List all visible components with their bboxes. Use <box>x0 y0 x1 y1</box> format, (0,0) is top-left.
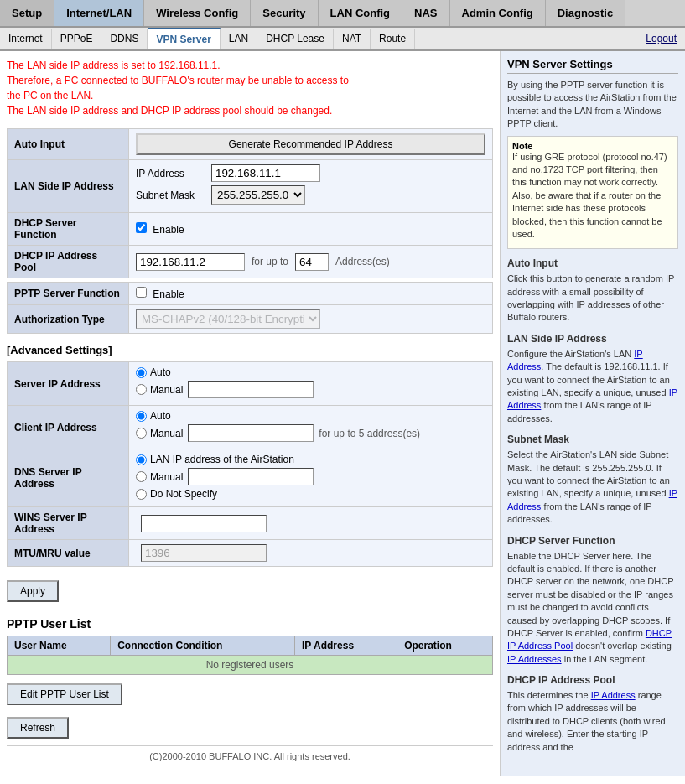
dhcp-server-label: DHCP Server Function <box>8 213 129 246</box>
nav-diagnostic[interactable]: Diagnostic <box>546 0 625 26</box>
dns-server-value: LAN IP address of the AirStation Manual … <box>129 449 493 507</box>
dhcp-enable-checkbox[interactable] <box>136 222 147 233</box>
dns-server-row: DNS Server IP Address LAN IP address of … <box>8 449 493 507</box>
wins-server-input[interactable] <box>141 515 267 532</box>
dhcp-pool-label: DHCP IP Address Pool <box>8 246 129 278</box>
col-username: User Name <box>8 636 111 656</box>
auto-input-label: Auto Input <box>8 129 129 160</box>
subnet-ip-link[interactable]: IP Address <box>507 488 677 511</box>
lan-ip-link2[interactable]: IP Address <box>507 387 677 410</box>
nav-nas[interactable]: NAS <box>402 0 449 26</box>
client-ip-value: Auto Manual for up to 5 address(es) <box>129 406 493 449</box>
refresh-button[interactable]: Refresh <box>7 717 69 739</box>
subnav-internet[interactable]: Internet <box>0 29 52 49</box>
client-ip-auto-label: Auto <box>150 410 171 422</box>
col-operation: Operation <box>397 636 493 656</box>
dhcp-enable-label: Enable <box>153 224 184 236</box>
dhcp-ip-link[interactable]: IP Addresses <box>507 654 562 664</box>
subnav-vpn-server[interactable]: VPN Server <box>148 28 220 49</box>
pptp-no-users-cell: No registered users <box>8 656 493 675</box>
dhcp-pool-row: DHCP IP Address Pool for up to Address(e… <box>8 246 493 278</box>
subnav-route[interactable]: Route <box>371 29 415 49</box>
pptp-server-value: Enable <box>129 283 493 305</box>
warning-line3: the PC on the LAN. <box>7 88 493 103</box>
client-ip-manual-radio[interactable] <box>136 428 147 439</box>
auth-type-row: Authorization Type MS-CHAPv2 (40/128-bit… <box>8 305 493 334</box>
logout-link[interactable]: Logout <box>637 29 685 49</box>
sub-navigation: Internet PPPoE DDNS VPN Server LAN DHCP … <box>0 28 685 51</box>
lan-ip-link[interactable]: IP Address <box>507 349 643 371</box>
pptp-server-label: PPTP Server Function <box>8 283 129 305</box>
right-section-1-text: Configure the AirStation's LAN IP Addres… <box>507 348 678 425</box>
client-ip-manual-label: Manual <box>150 428 183 439</box>
server-ip-value: Auto Manual <box>129 362 493 406</box>
server-ip-auto-radio[interactable] <box>136 367 147 378</box>
client-ip-forupto: for up to 5 address(es) <box>319 428 420 439</box>
pptp-enable-checkbox[interactable] <box>136 287 147 298</box>
dhcp-ip-range-link[interactable]: IP Address <box>591 690 636 700</box>
dns-lan-label: LAN IP address of the AirStation <box>150 454 294 465</box>
nav-admin-config[interactable]: Admin Config <box>450 0 546 26</box>
server-ip-manual-input[interactable] <box>188 381 314 398</box>
col-connection-condition: Connection Condition <box>111 636 295 656</box>
right-section-3-title: DHCP Server Function <box>507 535 678 547</box>
server-ip-row: Server IP Address Auto Manual <box>8 362 493 406</box>
server-ip-manual-radio[interactable] <box>136 384 147 395</box>
apply-button[interactable]: Apply <box>7 580 59 602</box>
dhcp-start-ip[interactable] <box>136 253 245 271</box>
advanced-settings-header: [Advanced Settings] <box>7 344 493 356</box>
lan-ip-row: LAN Side IP Address IP Address Subnet Ma… <box>8 160 493 213</box>
nav-wireless-config[interactable]: Wireless Config <box>144 0 251 26</box>
right-section-4-text: This determines the IP Address range fro… <box>507 689 678 754</box>
server-ip-manual-label: Manual <box>150 384 183 396</box>
subnav-dhcp-lease[interactable]: DHCP Lease <box>257 29 334 49</box>
ip-address-input[interactable] <box>211 164 320 182</box>
note-text: If using GRE protocol (protocol no.47) a… <box>512 151 673 241</box>
client-ip-manual-input[interactable] <box>188 424 314 442</box>
mtu-mru-label: MTU/MRU value <box>8 540 129 567</box>
auth-type-select[interactable]: MS-CHAPv2 (40/128-bit Encryption) MS-CHA… <box>136 309 320 329</box>
nav-lan-config[interactable]: LAN Config <box>319 0 402 26</box>
top-navigation: Setup Internet/LAN Wireless Config Secur… <box>0 0 685 28</box>
nav-setup[interactable]: Setup <box>0 0 54 26</box>
nav-internet-lan[interactable]: Internet/LAN <box>54 0 144 26</box>
dhcp-server-row: DHCP Server Function Enable <box>8 213 493 246</box>
subnav-pppoe[interactable]: PPPoE <box>52 29 102 49</box>
subnet-mask-label: Subnet Mask <box>136 190 211 201</box>
client-ip-row: Client IP Address Auto Manual for up to … <box>8 406 493 449</box>
dns-manual-radio[interactable] <box>136 471 147 482</box>
dhcp-suffix: Address(es) <box>335 256 390 267</box>
right-section-2-title: Subnet Mask <box>507 434 678 445</box>
right-section-0-text: Click this button to generate a random I… <box>507 273 678 325</box>
pptp-table-header-row: User Name Connection Condition IP Addres… <box>8 636 493 656</box>
dns-donotspecify-radio[interactable] <box>136 489 147 500</box>
main-form-table: Auto Input Generate Recommended IP Addre… <box>7 128 493 334</box>
dhcp-count[interactable] <box>295 253 329 271</box>
pptp-user-list-header: PPTP User List <box>7 617 493 631</box>
right-panel: VPN Server Settings By using the PPTP se… <box>501 51 685 776</box>
subnet-mask-select[interactable]: 255.255.255.0 255.255.0.0 255.0.0.0 <box>211 185 305 205</box>
dns-lan-radio[interactable] <box>136 454 147 465</box>
subnav-nat[interactable]: NAT <box>334 29 371 49</box>
dhcp-pool-value: for up to Address(es) <box>129 246 493 278</box>
warning-line1: The LAN side IP address is set to 192.16… <box>7 58 493 73</box>
client-ip-auto-radio[interactable] <box>136 411 147 422</box>
auth-type-value: MS-CHAPv2 (40/128-bit Encryption) MS-CHA… <box>129 305 493 334</box>
generate-ip-button[interactable]: Generate Recommended IP Address <box>136 133 485 155</box>
dns-manual-input[interactable] <box>188 468 314 485</box>
dhcp-pool-link[interactable]: DHCP IP Address Pool <box>507 628 672 651</box>
auto-input-row: Auto Input Generate Recommended IP Addre… <box>8 129 493 160</box>
main-container: The LAN side IP address is set to 192.16… <box>0 51 685 776</box>
subnav-ddns[interactable]: DDNS <box>101 29 148 49</box>
pptp-no-users-row: No registered users <box>8 656 493 675</box>
subnav-lan[interactable]: LAN <box>221 29 257 49</box>
left-panel: The LAN side IP address is set to 192.16… <box>0 51 501 776</box>
wins-server-value <box>129 507 493 540</box>
right-panel-intro: By using the PPTP server function it is … <box>507 79 678 131</box>
lan-ip-value: IP Address Subnet Mask 255.255.255.0 255… <box>129 160 493 213</box>
lan-ip-label: LAN Side IP Address <box>8 160 129 213</box>
edit-pptp-button[interactable]: Edit PPTP User List <box>7 683 122 705</box>
mtu-mru-input[interactable] <box>141 544 267 562</box>
ip-address-label: IP Address <box>136 168 211 179</box>
nav-security[interactable]: Security <box>251 0 318 26</box>
